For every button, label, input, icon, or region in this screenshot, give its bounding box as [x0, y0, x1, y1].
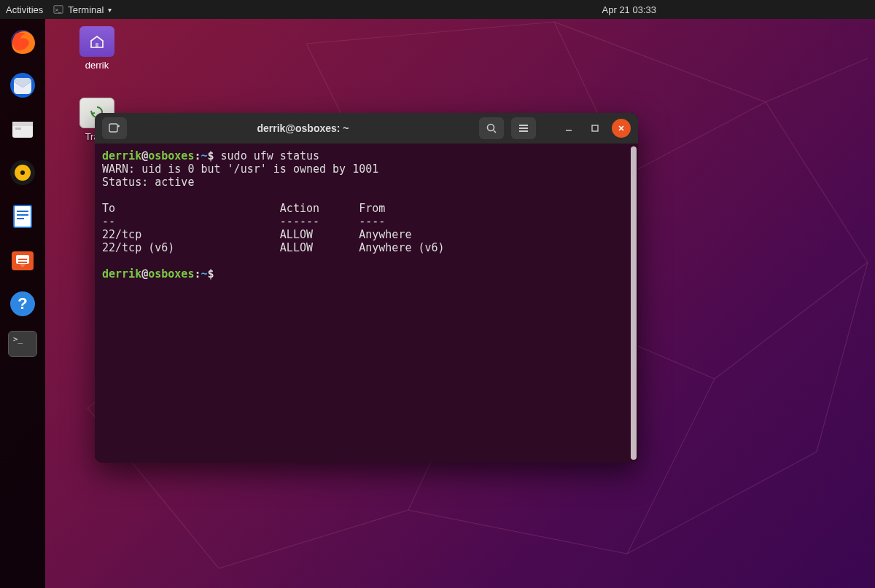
svg-rect-13 [17, 218, 24, 219]
prompt-user: derrik [102, 149, 141, 162]
ufw-divider: -- ------ ---- [102, 215, 385, 228]
svg-point-20 [488, 125, 494, 131]
maximize-icon [591, 124, 599, 133]
search-icon [486, 122, 497, 134]
window-minimize-button[interactable] [559, 119, 578, 138]
terminal-titlebar[interactable]: derrik@osboxes: ~ [95, 113, 638, 144]
output-status: Status: active [102, 176, 194, 189]
hamburger-menu-button[interactable] [511, 117, 536, 139]
folder-icon [79, 26, 114, 57]
topbar-app-menu[interactable]: >_ Terminal [53, 4, 112, 15]
topbar-clock[interactable]: Apr 21 03:33 [602, 4, 656, 15]
prompt-at: @ [141, 149, 148, 162]
ufw-heading: To Action From [102, 202, 385, 215]
terminal-window: derrik@osboxes: ~ derrik@osboxes:~$ sudo… [95, 113, 638, 463]
prompt-path: ~ [201, 149, 207, 162]
firefox-icon [8, 27, 37, 56]
window-maximize-button[interactable] [586, 119, 604, 138]
prompt-user-2: derrik [102, 267, 141, 281]
desktop-home-label: derrik [71, 60, 122, 71]
dock-app-firefox[interactable] [6, 25, 39, 58]
rhythmbox-icon [8, 158, 37, 187]
prompt-host-2: osboxes [148, 267, 194, 281]
dock-app-files[interactable] [6, 112, 39, 146]
close-icon [617, 124, 626, 133]
topbar-app-name: Terminal [68, 4, 104, 15]
dock-app-libreoffice-writer[interactable] [6, 200, 39, 233]
dock-app-rhythmbox[interactable] [6, 156, 39, 189]
gnome-topbar: Activities >_ Terminal Apr 21 03:33 [0, 0, 875, 19]
dock-app-thunderbird[interactable] [6, 68, 39, 102]
ubuntu-software-icon [8, 246, 37, 275]
svg-rect-5 [12, 122, 33, 126]
search-button[interactable] [479, 117, 504, 139]
prompt-symbol: $ [208, 149, 214, 162]
help-icon: ? [8, 289, 37, 318]
svg-text:>_: >_ [55, 7, 61, 13]
terminal-title: derrik@osboxes: ~ [134, 122, 472, 134]
svg-rect-19 [109, 124, 117, 132]
svg-rect-11 [17, 211, 28, 212]
desktop-home-folder[interactable]: derrik [71, 26, 122, 71]
prompt-host: osboxes [148, 149, 194, 162]
dock-running-terminal[interactable]: >_ [8, 331, 37, 357]
entered-command: sudo ufw status [221, 149, 319, 162]
svg-rect-10 [14, 205, 31, 227]
dock-app-help[interactable]: ? [6, 287, 39, 321]
dock: ? >_ [0, 19, 45, 588]
svg-text:?: ? [18, 294, 27, 313]
prompt-symbol-2: $ [208, 267, 214, 281]
ufw-rows: 22/tcp ALLOW Anywhere 22/tcp (v6) ALLOW … [102, 228, 445, 254]
hamburger-icon [518, 122, 529, 134]
svg-point-9 [20, 170, 25, 175]
terminal-icon: >_ [53, 4, 63, 15]
svg-rect-6 [15, 128, 21, 130]
svg-rect-12 [17, 214, 28, 216]
new-tab-icon [108, 122, 121, 135]
output-warn: WARN: uid is 0 but '/usr' is owned by 10… [102, 162, 378, 176]
terminal-scrollbar[interactable] [631, 146, 637, 460]
activities-button[interactable]: Activities [6, 4, 43, 15]
window-close-button[interactable] [612, 119, 631, 138]
svg-rect-21 [592, 125, 598, 131]
thunderbird-icon [8, 71, 37, 100]
dock-app-ubuntu-software[interactable] [6, 243, 39, 277]
terminal-glyph: >_ [13, 334, 23, 344]
libreoffice-writer-icon [8, 202, 37, 231]
minimize-icon [564, 124, 573, 133]
svg-rect-18 [96, 43, 98, 47]
files-icon [8, 114, 37, 144]
terminal-body[interactable]: derrik@osboxes:~$ sudo ufw status WARN: … [95, 144, 638, 463]
new-tab-button[interactable] [102, 117, 127, 139]
prompt-path-2: ~ [201, 267, 207, 281]
